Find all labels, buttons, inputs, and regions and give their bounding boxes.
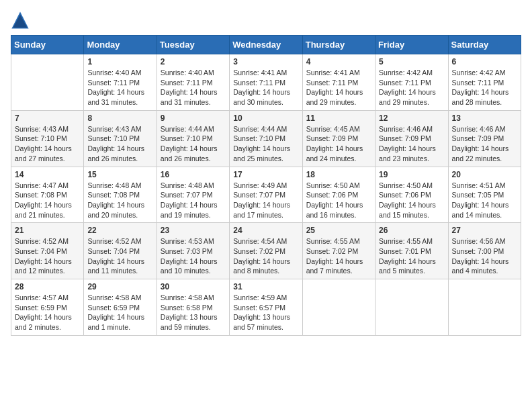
day-info: Sunrise: 4:41 AMSunset: 7:11 PMDaylight:…	[306, 68, 371, 107]
day-number: 23	[161, 226, 226, 235]
day-info: Sunrise: 4:55 AMSunset: 7:02 PMDaylight:…	[306, 236, 371, 276]
day-info: Sunrise: 4:44 AMSunset: 7:10 PMDaylight:…	[161, 124, 226, 164]
day-number: 12	[379, 113, 444, 123]
day-number: 17	[233, 170, 298, 179]
day-info: Sunrise: 4:50 AMSunset: 7:06 PMDaylight:…	[379, 181, 444, 220]
page-header	[11, 11, 521, 30]
day-info: Sunrise: 4:41 AMSunset: 7:11 PMDaylight:…	[233, 68, 298, 107]
day-number: 10	[233, 113, 298, 123]
day-info: Sunrise: 4:52 AMSunset: 7:04 PMDaylight:…	[87, 236, 152, 276]
svg-marker-1	[13, 15, 28, 28]
day-info: Sunrise: 4:46 AMSunset: 7:09 PMDaylight:…	[379, 124, 444, 164]
calendar-cell	[302, 279, 375, 336]
day-info: Sunrise: 4:42 AMSunset: 7:11 PMDaylight:…	[379, 68, 444, 107]
day-info: Sunrise: 4:54 AMSunset: 7:02 PMDaylight:…	[233, 236, 298, 276]
calendar-header: SundayMondayTuesdayWednesdayThursdayFrid…	[11, 36, 521, 54]
day-number: 2	[161, 57, 226, 66]
day-info: Sunrise: 4:48 AMSunset: 7:08 PMDaylight:…	[87, 181, 152, 220]
day-info: Sunrise: 4:44 AMSunset: 7:10 PMDaylight:…	[233, 124, 298, 164]
day-info: Sunrise: 4:42 AMSunset: 7:11 PMDaylight:…	[452, 68, 517, 107]
day-number: 9	[161, 113, 226, 123]
day-number: 1	[87, 57, 152, 66]
calendar-cell: 1Sunrise: 4:40 AMSunset: 7:11 PMDaylight…	[84, 54, 157, 111]
calendar-cell: 15Sunrise: 4:48 AMSunset: 7:08 PMDayligh…	[84, 167, 157, 223]
calendar-cell: 31Sunrise: 4:59 AMSunset: 6:57 PMDayligh…	[230, 279, 302, 336]
calendar-cell: 12Sunrise: 4:46 AMSunset: 7:09 PMDayligh…	[375, 110, 448, 167]
calendar-cell: 19Sunrise: 4:50 AMSunset: 7:06 PMDayligh…	[375, 167, 448, 223]
day-info: Sunrise: 4:52 AMSunset: 7:04 PMDaylight:…	[15, 236, 80, 276]
calendar-cell: 14Sunrise: 4:47 AMSunset: 7:08 PMDayligh…	[11, 167, 84, 223]
day-number: 6	[452, 57, 517, 66]
calendar-cell: 21Sunrise: 4:52 AMSunset: 7:04 PMDayligh…	[11, 223, 84, 279]
calendar-week-4: 21Sunrise: 4:52 AMSunset: 7:04 PMDayligh…	[11, 223, 521, 279]
day-number: 31	[233, 282, 298, 291]
day-info: Sunrise: 4:46 AMSunset: 7:09 PMDaylight:…	[452, 124, 517, 164]
day-number: 24	[233, 226, 298, 235]
weekday-header-monday: Monday	[84, 36, 157, 54]
day-info: Sunrise: 4:45 AMSunset: 7:09 PMDaylight:…	[306, 124, 371, 164]
day-info: Sunrise: 4:58 AMSunset: 6:58 PMDaylight:…	[161, 293, 226, 332]
logo-icon	[11, 11, 30, 30]
logo	[11, 11, 32, 30]
day-number: 22	[87, 226, 152, 235]
calendar-cell: 26Sunrise: 4:55 AMSunset: 7:01 PMDayligh…	[375, 223, 448, 279]
calendar-cell	[375, 279, 448, 336]
calendar-cell	[11, 54, 84, 111]
calendar-cell: 29Sunrise: 4:58 AMSunset: 6:59 PMDayligh…	[84, 279, 157, 336]
day-number: 5	[379, 57, 444, 66]
day-number: 8	[87, 113, 152, 123]
calendar-cell: 8Sunrise: 4:43 AMSunset: 7:10 PMDaylight…	[84, 110, 157, 167]
calendar-cell: 24Sunrise: 4:54 AMSunset: 7:02 PMDayligh…	[230, 223, 302, 279]
day-info: Sunrise: 4:56 AMSunset: 7:00 PMDaylight:…	[452, 236, 517, 276]
calendar-cell: 18Sunrise: 4:50 AMSunset: 7:06 PMDayligh…	[302, 167, 375, 223]
day-number: 19	[379, 170, 444, 179]
day-number: 18	[306, 170, 371, 179]
calendar-cell: 2Sunrise: 4:40 AMSunset: 7:11 PMDaylight…	[157, 54, 229, 111]
weekday-header-saturday: Saturday	[448, 36, 521, 54]
day-info: Sunrise: 4:43 AMSunset: 7:10 PMDaylight:…	[87, 124, 152, 164]
day-number: 14	[15, 170, 80, 179]
calendar-cell: 11Sunrise: 4:45 AMSunset: 7:09 PMDayligh…	[302, 110, 375, 167]
day-info: Sunrise: 4:58 AMSunset: 6:59 PMDaylight:…	[87, 293, 152, 332]
calendar-week-5: 28Sunrise: 4:57 AMSunset: 6:59 PMDayligh…	[11, 279, 521, 336]
calendar-week-2: 7Sunrise: 4:43 AMSunset: 7:10 PMDaylight…	[11, 110, 521, 167]
day-info: Sunrise: 4:40 AMSunset: 7:11 PMDaylight:…	[87, 68, 152, 107]
calendar-cell: 20Sunrise: 4:51 AMSunset: 7:05 PMDayligh…	[448, 167, 521, 223]
day-number: 29	[87, 282, 152, 291]
day-info: Sunrise: 4:48 AMSunset: 7:07 PMDaylight:…	[161, 181, 226, 220]
calendar-cell: 27Sunrise: 4:56 AMSunset: 7:00 PMDayligh…	[448, 223, 521, 279]
calendar-table: SundayMondayTuesdayWednesdayThursdayFrid…	[11, 35, 521, 336]
day-info: Sunrise: 4:51 AMSunset: 7:05 PMDaylight:…	[452, 181, 517, 220]
day-info: Sunrise: 4:53 AMSunset: 7:03 PMDaylight:…	[161, 236, 226, 276]
calendar-week-3: 14Sunrise: 4:47 AMSunset: 7:08 PMDayligh…	[11, 167, 521, 223]
calendar-cell: 3Sunrise: 4:41 AMSunset: 7:11 PMDaylight…	[230, 54, 302, 111]
calendar-cell: 10Sunrise: 4:44 AMSunset: 7:10 PMDayligh…	[230, 110, 302, 167]
day-info: Sunrise: 4:49 AMSunset: 7:07 PMDaylight:…	[233, 181, 298, 220]
day-number: 20	[452, 170, 517, 179]
day-number: 30	[161, 282, 226, 291]
day-number: 16	[161, 170, 226, 179]
day-number: 27	[452, 226, 517, 235]
day-number: 25	[306, 226, 371, 235]
calendar-cell: 22Sunrise: 4:52 AMSunset: 7:04 PMDayligh…	[84, 223, 157, 279]
day-info: Sunrise: 4:50 AMSunset: 7:06 PMDaylight:…	[306, 181, 371, 220]
calendar-cell: 7Sunrise: 4:43 AMSunset: 7:10 PMDaylight…	[11, 110, 84, 167]
calendar-cell: 25Sunrise: 4:55 AMSunset: 7:02 PMDayligh…	[302, 223, 375, 279]
calendar-body: 1Sunrise: 4:40 AMSunset: 7:11 PMDaylight…	[11, 54, 521, 336]
calendar-week-1: 1Sunrise: 4:40 AMSunset: 7:11 PMDaylight…	[11, 54, 521, 111]
day-info: Sunrise: 4:57 AMSunset: 6:59 PMDaylight:…	[15, 293, 80, 332]
day-number: 21	[15, 226, 80, 235]
calendar-cell: 16Sunrise: 4:48 AMSunset: 7:07 PMDayligh…	[157, 167, 229, 223]
calendar-cell: 9Sunrise: 4:44 AMSunset: 7:10 PMDaylight…	[157, 110, 229, 167]
day-info: Sunrise: 4:55 AMSunset: 7:01 PMDaylight:…	[379, 236, 444, 276]
calendar-cell: 5Sunrise: 4:42 AMSunset: 7:11 PMDaylight…	[375, 54, 448, 111]
calendar-cell: 6Sunrise: 4:42 AMSunset: 7:11 PMDaylight…	[448, 54, 521, 111]
weekday-header-wednesday: Wednesday	[230, 36, 302, 54]
weekday-header-row: SundayMondayTuesdayWednesdayThursdayFrid…	[11, 36, 521, 54]
calendar-cell: 30Sunrise: 4:58 AMSunset: 6:58 PMDayligh…	[157, 279, 229, 336]
calendar-cell: 28Sunrise: 4:57 AMSunset: 6:59 PMDayligh…	[11, 279, 84, 336]
day-number: 7	[15, 113, 80, 123]
calendar-cell: 13Sunrise: 4:46 AMSunset: 7:09 PMDayligh…	[448, 110, 521, 167]
day-number: 3	[233, 57, 298, 66]
weekday-header-sunday: Sunday	[11, 36, 84, 54]
